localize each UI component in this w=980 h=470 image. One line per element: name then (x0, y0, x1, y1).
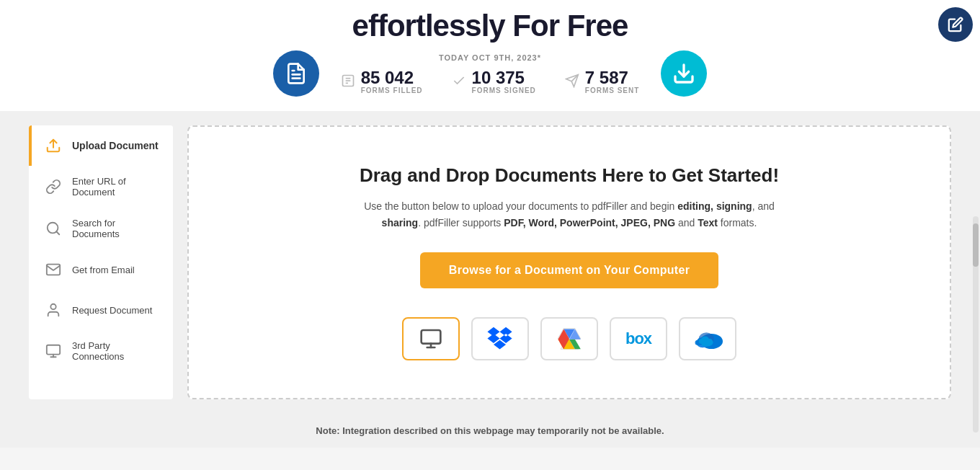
sidebar-label-url: Enter URL of Document (72, 176, 161, 198)
sidebar-label-request: Request Document (72, 305, 152, 316)
sidebar-label-search: Search for Documents (72, 218, 161, 239)
sidebar-item-email[interactable]: Get from Email (29, 249, 173, 290)
upload-description: Use the button below to upload your docu… (346, 198, 793, 231)
email-icon (43, 260, 63, 280)
sidebar: Upload Document Enter URL of Document Se… (29, 125, 173, 399)
forms-sent-number: 7 587 (585, 69, 640, 87)
scrollbar-track (973, 216, 979, 433)
svg-point-12 (50, 304, 55, 309)
stats-numbers: 85 042 FORMS FILLED 10 375 FORMS SIGNED (341, 69, 640, 94)
right-circle-icon (661, 50, 707, 97)
forms-sent-label: FORMS SENT (585, 87, 640, 94)
url-icon (43, 177, 63, 197)
storage-gdrive[interactable] (540, 317, 598, 360)
storage-onedrive[interactable] (679, 317, 736, 360)
sidebar-item-thirdparty[interactable]: 3rd Party Connections (29, 330, 173, 372)
upload-title: Drag and Drop Documents Here to Get Star… (360, 164, 779, 187)
search-icon (43, 218, 63, 239)
storage-box[interactable]: box (610, 317, 667, 360)
stat-forms-sent: 7 587 FORMS SENT (565, 69, 640, 94)
request-icon (43, 300, 63, 320)
sidebar-item-upload[interactable]: Upload Document (29, 125, 173, 166)
sidebar-item-url[interactable]: Enter URL of Document (29, 166, 173, 208)
forms-signed-number: 10 375 (472, 69, 536, 87)
left-circle-icon (273, 50, 319, 97)
forms-signed-label: FORMS SIGNED (472, 87, 536, 94)
scrollbar-thumb[interactable] (973, 223, 979, 267)
bold-text: Text (698, 217, 718, 229)
sidebar-item-request[interactable]: Request Document (29, 290, 173, 330)
browse-button[interactable]: Browse for a Document on Your Computer (420, 252, 718, 288)
sidebar-label-upload: Upload Document (72, 140, 159, 151)
stats-block: TODAY OCT 9TH, 2023* 85 042 FORMS FILLED (341, 53, 640, 94)
forms-sent-icon (565, 74, 579, 92)
page-title: effortlessly For Free (0, 9, 980, 43)
svg-line-11 (56, 231, 59, 234)
stat-forms-filled: 85 042 FORMS FILLED (341, 69, 423, 94)
thirdparty-icon (43, 341, 63, 361)
edit-button[interactable] (938, 7, 973, 42)
bold-formats: PDF, Word, PowerPoint, JPEG, PNG (504, 217, 675, 229)
storage-dropbox[interactable] (471, 317, 529, 360)
note-prefix: Note: (316, 425, 339, 436)
sidebar-label-thirdparty: 3rd Party Connections (72, 340, 161, 362)
stat-forms-signed: 10 375 FORMS SIGNED (452, 69, 536, 94)
svg-rect-13 (47, 345, 60, 355)
bold-editing-signing: editing, signing (677, 200, 752, 212)
stats-section: TODAY OCT 9TH, 2023* 85 042 FORMS FILLED (0, 43, 980, 111)
bottom-note: Note: Integration described on this webp… (0, 414, 980, 448)
upload-icon (43, 136, 63, 156)
note-text: Integration described on this webpage ma… (340, 425, 664, 436)
storage-computer[interactable] (402, 317, 460, 360)
forms-filled-label: FORMS FILLED (361, 87, 423, 94)
storage-icons-row: box (402, 317, 736, 360)
main-content: Upload Document Enter URL of Document Se… (0, 111, 980, 414)
stats-date: TODAY OCT 9TH, 2023* (341, 53, 640, 62)
box-logo: box (625, 329, 651, 348)
svg-rect-16 (422, 330, 441, 344)
sidebar-label-email: Get from Email (72, 265, 135, 275)
bold-sharing: sharing (382, 217, 419, 229)
sidebar-item-search[interactable]: Search for Documents (29, 208, 173, 249)
forms-filled-icon (341, 74, 355, 92)
forms-filled-number: 85 042 (361, 69, 423, 87)
forms-signed-icon (452, 74, 466, 92)
upload-drop-area: Drag and Drop Documents Here to Get Star… (187, 125, 951, 399)
